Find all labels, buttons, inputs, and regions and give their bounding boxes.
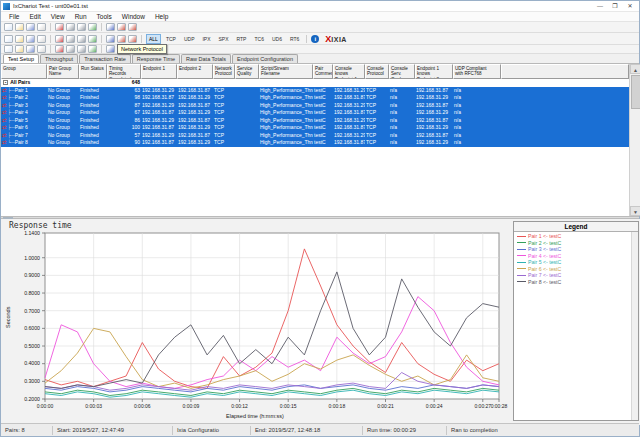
cell: testC <box>313 117 333 125</box>
tab-response-time[interactable]: Response Time <box>132 54 180 63</box>
tab-throughput[interactable]: Throughput <box>40 54 78 63</box>
tab-test-setup[interactable]: Test Setup <box>3 54 39 63</box>
column-header-group[interactable]: Group <box>1 64 47 79</box>
column-header-script-stream[interactable]: Script/StreamFilename <box>259 64 313 79</box>
ungroup-pairs-icon[interactable] <box>37 45 46 53</box>
column-header-filler <box>501 64 629 79</box>
legend-panel: Legend Pair 1 <- testCPair 2 <- testCPai… <box>513 221 639 421</box>
menu-tools[interactable]: Tools <box>92 12 117 22</box>
column-header-console[interactable]: ConsoleServ. Qual. <box>389 64 415 79</box>
grid-view-icon[interactable] <box>128 35 137 43</box>
menu-help[interactable]: Help <box>150 12 173 22</box>
cell: ⇄└─Pair 8 <box>1 139 47 147</box>
column-header-endpoint-1[interactable]: Endpoint 1 <box>141 64 177 79</box>
maximize-button[interactable]: ❐ <box>608 2 622 11</box>
tab-endpoint-configuration[interactable]: Endpoint Configuration <box>232 54 298 63</box>
open-icon[interactable] <box>15 23 24 31</box>
table-row-all-pairs[interactable]: - All Pairs648 <box>1 79 629 87</box>
table-row-pair-4[interactable]: ⇄├─Pair 4No GroupFinished67192.168.31.87… <box>1 109 629 117</box>
table-row-pair-1[interactable]: ⇄├─Pair 1No GroupFinished63192.168.31.29… <box>1 87 629 95</box>
new-icon[interactable] <box>4 23 13 31</box>
column-header-pair-group[interactable]: Pair GroupName <box>47 64 79 79</box>
column-header-service[interactable]: ServiceQuality <box>235 64 259 79</box>
collapse-all-icon[interactable] <box>66 45 75 53</box>
replicate-pair-icon[interactable] <box>77 35 86 43</box>
cell: High_Performance_Throughput.scr <box>259 102 313 110</box>
lock-icon[interactable] <box>77 45 86 53</box>
table-row-pair-8[interactable]: ⇄└─Pair 8No GroupFinished90192.168.31.87… <box>1 139 629 147</box>
cell: ⇄├─Pair 1 <box>1 87 47 95</box>
pause-test-icon[interactable] <box>77 23 86 31</box>
print-icon[interactable] <box>37 23 46 31</box>
protocol-filter-all[interactable]: ALL <box>146 34 161 44</box>
table-row-pair-7[interactable]: ⇄├─Pair 7No GroupFinished57192.168.31.29… <box>1 132 629 140</box>
add-multicast-group-icon[interactable] <box>15 35 24 43</box>
tab-raw-data-totals[interactable]: Raw Data Totals <box>181 54 231 63</box>
select-all-icon[interactable] <box>4 45 13 53</box>
menu-run[interactable]: Run <box>70 12 92 22</box>
column-header-endpoint-1-knows[interactable]: Endpoint 1 knowsEndpoint 2 <box>415 64 453 79</box>
legend-scrollbar[interactable] <box>631 232 638 420</box>
protocol-filter-rt6[interactable]: RT6 <box>287 34 302 44</box>
expand-collapse-icon[interactable]: - <box>3 80 8 85</box>
report-icon[interactable] <box>88 45 97 53</box>
endpoint-pair-1-icon[interactable] <box>117 23 126 31</box>
menu-file[interactable]: File <box>4 12 24 22</box>
copy-pair-icon[interactable] <box>55 35 64 43</box>
add-vpn-pair-icon[interactable] <box>26 35 35 43</box>
column-header-console[interactable]: ConsoleProtocol <box>365 64 389 79</box>
menu-window[interactable]: Window <box>117 12 150 22</box>
column-header-run-status[interactable]: Run Status <box>79 64 107 79</box>
close-button[interactable]: ✕ <box>623 2 637 11</box>
deselect-all-icon[interactable] <box>15 45 24 53</box>
protocol-filter-spx[interactable]: SPX <box>216 34 232 44</box>
menu-edit[interactable]: Edit <box>24 12 45 22</box>
add-pair-icon[interactable] <box>88 23 97 31</box>
minimize-button[interactable]: — <box>593 2 607 11</box>
legend-entry[interactable]: Pair 8 <- testC <box>517 279 638 286</box>
table-row-pair-3[interactable]: ⇄├─Pair 3No GroupFinished87192.168.31.29… <box>1 102 629 110</box>
protocol-filter-tc6[interactable]: TC6 <box>251 34 266 44</box>
cell: 192.168.31.29 <box>415 109 453 117</box>
stop-test-icon[interactable] <box>66 23 75 31</box>
menu-view[interactable]: View <box>46 12 70 22</box>
protocol-filter-udp[interactable]: UDP <box>181 34 198 44</box>
cell: TCP <box>213 124 235 132</box>
toolbar-separator <box>101 23 102 31</box>
table-row-pair-6[interactable]: ⇄├─Pair 6No GroupFinished100192.168.31.8… <box>1 124 629 132</box>
column-header-endpoint-2[interactable]: Endpoint 2 <box>177 64 213 79</box>
swap-endpoints-icon[interactable] <box>88 35 97 43</box>
link-test-icon[interactable] <box>117 35 126 43</box>
expand-all-icon[interactable] <box>55 45 64 53</box>
tab-transaction-rate[interactable]: Transaction Rate <box>79 54 131 63</box>
columns-icon[interactable] <box>106 45 115 53</box>
protocol-filter-tcp[interactable]: TCP <box>163 34 179 44</box>
protocol-filter-ipx[interactable]: IPX <box>199 34 213 44</box>
save-icon[interactable] <box>26 23 35 31</box>
column-header-console-knows[interactable]: Console knowsEndpoint 1 <box>333 64 365 79</box>
scroll-down-arrow[interactable]: ▼ <box>630 206 640 216</box>
column-header-udp-compliant[interactable]: UDP Compliantwith RFC768 <box>453 64 501 79</box>
column-header-network[interactable]: NetworkProtocol <box>213 64 235 79</box>
add-group-icon[interactable] <box>106 23 115 31</box>
edit-pair-icon[interactable] <box>37 35 46 43</box>
cell: 192.168.31.87 <box>141 109 177 117</box>
protocol-filter-rtp[interactable]: RTP <box>234 34 250 44</box>
add-pair-icon[interactable] <box>4 35 13 43</box>
info-icon[interactable]: i <box>311 35 319 43</box>
scroll-up-arrow[interactable]: ▲ <box>630 64 640 74</box>
cell: TCP <box>213 139 235 147</box>
table-row-pair-2[interactable]: ⇄├─Pair 2No GroupFinished98192.168.31.87… <box>1 94 629 102</box>
column-header-pair[interactable]: PairComment <box>313 64 333 79</box>
column-header-timing-records[interactable]: Timing RecordsCompleted <box>107 64 141 79</box>
cell: n/a <box>453 139 501 147</box>
table-vertical-scrollbar[interactable]: ▲ ▼ <box>629 64 640 216</box>
paste-pair-icon[interactable] <box>66 35 75 43</box>
view-endpoints-icon[interactable] <box>106 35 115 43</box>
endpoint-pair-2-icon[interactable] <box>128 23 137 31</box>
run-test-icon[interactable] <box>55 23 64 31</box>
table-row-pair-5[interactable]: ⇄├─Pair 5No GroupFinished86192.168.31.29… <box>1 117 629 125</box>
group-pairs-icon[interactable] <box>26 45 35 53</box>
scroll-thumb[interactable] <box>631 75 640 109</box>
protocol-filter-ud6[interactable]: UD6 <box>269 34 285 44</box>
